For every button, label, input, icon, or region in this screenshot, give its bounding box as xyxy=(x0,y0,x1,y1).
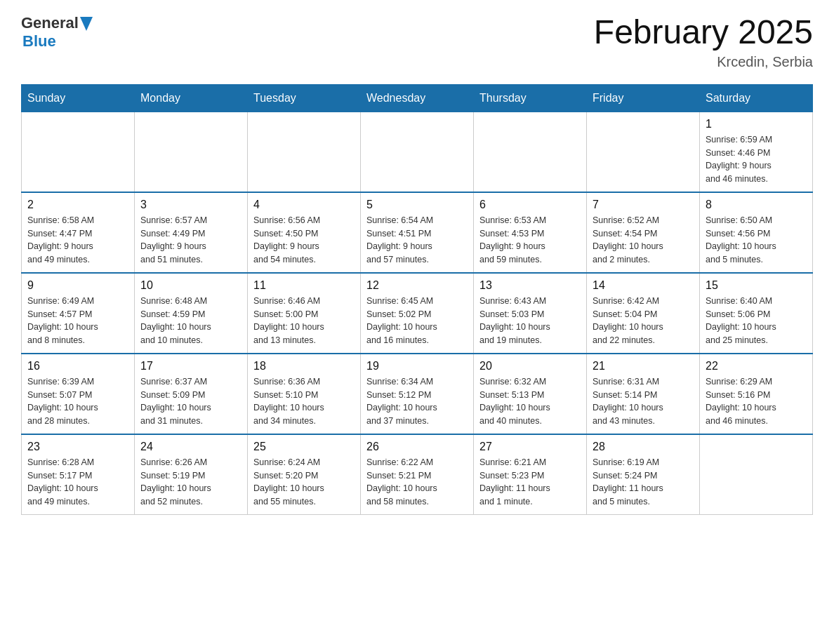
calendar-cell: 1Sunrise: 6:59 AM Sunset: 4:46 PM Daylig… xyxy=(700,112,813,192)
day-number: 17 xyxy=(140,360,241,373)
calendar-cell: 3Sunrise: 6:57 AM Sunset: 4:49 PM Daylig… xyxy=(135,192,248,273)
week-row-1: 1Sunrise: 6:59 AM Sunset: 4:46 PM Daylig… xyxy=(22,112,813,192)
day-info: Sunrise: 6:34 AM Sunset: 5:12 PM Dayligh… xyxy=(366,375,468,428)
day-number: 19 xyxy=(366,360,468,373)
day-number: 20 xyxy=(479,360,581,373)
svg-marker-0 xyxy=(80,17,93,31)
calendar-cell: 22Sunrise: 6:29 AM Sunset: 5:16 PM Dayli… xyxy=(700,354,813,434)
calendar-cell: 10Sunrise: 6:48 AM Sunset: 4:59 PM Dayli… xyxy=(135,273,248,354)
day-number: 3 xyxy=(140,199,241,211)
calendar-cell: 24Sunrise: 6:26 AM Sunset: 5:19 PM Dayli… xyxy=(135,434,248,515)
calendar-cell: 7Sunrise: 6:52 AM Sunset: 4:54 PM Daylig… xyxy=(587,192,700,273)
calendar-cell: 14Sunrise: 6:42 AM Sunset: 5:04 PM Dayli… xyxy=(587,273,700,354)
logo: General Blue xyxy=(21,14,93,51)
calendar-table: SundayMondayTuesdayWednesdayThursdayFrid… xyxy=(21,84,813,515)
day-number: 25 xyxy=(253,441,355,453)
calendar-cell: 27Sunrise: 6:21 AM Sunset: 5:23 PM Dayli… xyxy=(474,434,587,515)
calendar-cell: 28Sunrise: 6:19 AM Sunset: 5:24 PM Dayli… xyxy=(587,434,700,515)
day-info: Sunrise: 6:24 AM Sunset: 5:20 PM Dayligh… xyxy=(253,456,355,509)
calendar-cell: 15Sunrise: 6:40 AM Sunset: 5:06 PM Dayli… xyxy=(700,273,813,354)
calendar-cell: 21Sunrise: 6:31 AM Sunset: 5:14 PM Dayli… xyxy=(587,354,700,434)
day-info: Sunrise: 6:32 AM Sunset: 5:13 PM Dayligh… xyxy=(479,375,581,428)
day-info: Sunrise: 6:54 AM Sunset: 4:51 PM Dayligh… xyxy=(366,214,468,267)
calendar-cell xyxy=(22,112,135,192)
day-info: Sunrise: 6:19 AM Sunset: 5:24 PM Dayligh… xyxy=(593,456,694,509)
month-title: February 2025 xyxy=(594,14,813,51)
day-info: Sunrise: 6:56 AM Sunset: 4:50 PM Dayligh… xyxy=(253,214,355,267)
week-row-4: 16Sunrise: 6:39 AM Sunset: 5:07 PM Dayli… xyxy=(22,354,813,434)
day-info: Sunrise: 6:57 AM Sunset: 4:49 PM Dayligh… xyxy=(140,214,241,267)
day-number: 7 xyxy=(593,199,694,211)
day-number: 15 xyxy=(706,279,807,292)
day-info: Sunrise: 6:50 AM Sunset: 4:56 PM Dayligh… xyxy=(706,214,807,267)
day-info: Sunrise: 6:46 AM Sunset: 5:00 PM Dayligh… xyxy=(253,295,355,347)
day-number: 8 xyxy=(706,199,807,211)
day-number: 2 xyxy=(27,199,128,211)
location: Krcedin, Serbia xyxy=(594,54,813,70)
calendar-cell xyxy=(248,112,361,192)
calendar-cell xyxy=(587,112,700,192)
day-info: Sunrise: 6:40 AM Sunset: 5:06 PM Dayligh… xyxy=(706,295,807,347)
calendar-cell: 25Sunrise: 6:24 AM Sunset: 5:20 PM Dayli… xyxy=(248,434,361,515)
day-info: Sunrise: 6:43 AM Sunset: 5:03 PM Dayligh… xyxy=(479,295,581,347)
day-number: 5 xyxy=(366,199,468,211)
week-row-2: 2Sunrise: 6:58 AM Sunset: 4:47 PM Daylig… xyxy=(22,192,813,273)
weekday-header-thursday: Thursday xyxy=(474,84,587,112)
day-info: Sunrise: 6:26 AM Sunset: 5:19 PM Dayligh… xyxy=(140,456,241,509)
weekday-header-saturday: Saturday xyxy=(700,84,813,112)
calendar-cell: 2Sunrise: 6:58 AM Sunset: 4:47 PM Daylig… xyxy=(22,192,135,273)
calendar-cell xyxy=(474,112,587,192)
day-info: Sunrise: 6:31 AM Sunset: 5:14 PM Dayligh… xyxy=(593,375,694,428)
day-number: 18 xyxy=(253,360,355,373)
calendar-cell: 5Sunrise: 6:54 AM Sunset: 4:51 PM Daylig… xyxy=(361,192,474,273)
calendar-cell: 9Sunrise: 6:49 AM Sunset: 4:57 PM Daylig… xyxy=(22,273,135,354)
calendar-cell: 26Sunrise: 6:22 AM Sunset: 5:21 PM Dayli… xyxy=(361,434,474,515)
day-info: Sunrise: 6:21 AM Sunset: 5:23 PM Dayligh… xyxy=(479,456,581,509)
day-info: Sunrise: 6:52 AM Sunset: 4:54 PM Dayligh… xyxy=(593,214,694,267)
calendar-cell: 19Sunrise: 6:34 AM Sunset: 5:12 PM Dayli… xyxy=(361,354,474,434)
calendar-cell: 17Sunrise: 6:37 AM Sunset: 5:09 PM Dayli… xyxy=(135,354,248,434)
calendar-cell xyxy=(361,112,474,192)
day-info: Sunrise: 6:37 AM Sunset: 5:09 PM Dayligh… xyxy=(140,375,241,428)
day-number: 26 xyxy=(366,441,468,453)
calendar-cell: 20Sunrise: 6:32 AM Sunset: 5:13 PM Dayli… xyxy=(474,354,587,434)
weekday-header-tuesday: Tuesday xyxy=(248,84,361,112)
day-number: 14 xyxy=(593,279,694,292)
calendar-cell: 4Sunrise: 6:56 AM Sunset: 4:50 PM Daylig… xyxy=(248,192,361,273)
day-info: Sunrise: 6:22 AM Sunset: 5:21 PM Dayligh… xyxy=(366,456,468,509)
day-info: Sunrise: 6:29 AM Sunset: 5:16 PM Dayligh… xyxy=(706,375,807,428)
calendar-cell: 12Sunrise: 6:45 AM Sunset: 5:02 PM Dayli… xyxy=(361,273,474,354)
calendar-cell xyxy=(135,112,248,192)
day-number: 23 xyxy=(27,441,128,453)
logo-general: General xyxy=(21,14,79,32)
weekday-header-wednesday: Wednesday xyxy=(361,84,474,112)
calendar-cell: 23Sunrise: 6:28 AM Sunset: 5:17 PM Dayli… xyxy=(22,434,135,515)
day-number: 10 xyxy=(140,279,241,292)
day-info: Sunrise: 6:59 AM Sunset: 4:46 PM Dayligh… xyxy=(706,133,807,186)
weekday-header-monday: Monday xyxy=(135,84,248,112)
day-number: 28 xyxy=(593,441,694,453)
weekday-header-friday: Friday xyxy=(587,84,700,112)
day-number: 11 xyxy=(253,279,355,292)
calendar-cell: 18Sunrise: 6:36 AM Sunset: 5:10 PM Dayli… xyxy=(248,354,361,434)
calendar-cell: 11Sunrise: 6:46 AM Sunset: 5:00 PM Dayli… xyxy=(248,273,361,354)
page-header: General Blue February 2025 Krcedin, Serb… xyxy=(21,14,813,70)
day-info: Sunrise: 6:53 AM Sunset: 4:53 PM Dayligh… xyxy=(479,214,581,267)
day-info: Sunrise: 6:45 AM Sunset: 5:02 PM Dayligh… xyxy=(366,295,468,347)
day-number: 16 xyxy=(27,360,128,373)
weekday-header-sunday: Sunday xyxy=(22,84,135,112)
day-number: 27 xyxy=(479,441,581,453)
title-section: February 2025 Krcedin, Serbia xyxy=(594,14,813,70)
day-number: 4 xyxy=(253,199,355,211)
day-number: 13 xyxy=(479,279,581,292)
day-number: 22 xyxy=(706,360,807,373)
day-number: 24 xyxy=(140,441,241,453)
day-info: Sunrise: 6:39 AM Sunset: 5:07 PM Dayligh… xyxy=(27,375,128,428)
logo-blue: Blue xyxy=(21,32,93,51)
day-number: 9 xyxy=(27,279,128,292)
day-number: 12 xyxy=(366,279,468,292)
calendar-cell: 6Sunrise: 6:53 AM Sunset: 4:53 PM Daylig… xyxy=(474,192,587,273)
day-info: Sunrise: 6:42 AM Sunset: 5:04 PM Dayligh… xyxy=(593,295,694,347)
calendar-cell: 8Sunrise: 6:50 AM Sunset: 4:56 PM Daylig… xyxy=(700,192,813,273)
day-info: Sunrise: 6:28 AM Sunset: 5:17 PM Dayligh… xyxy=(27,456,128,509)
